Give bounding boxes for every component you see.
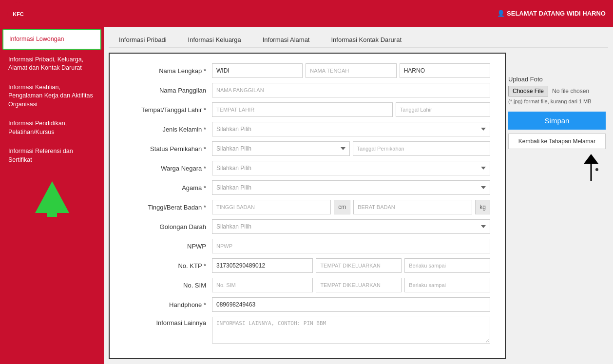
tinggi-berat-label: Tinggi/Berat Badan * [124,204,212,211]
npwp-label: NPWP [124,243,212,250]
tab-informasi-alamat[interactable]: Informasi Alamat [252,32,320,47]
right-panel: Upload Foto Choose File No file chosen (… [508,76,606,186]
tempat-tanggal-lahir-row: Tempat/Tanggal Lahir * [124,102,490,117]
ktp-tempat-dikeluarkan-input[interactable] [316,258,402,273]
tempat-tanggal-lahir-label: Tempat/Tanggal Lahir * [124,106,212,114]
handphone-label: Handphone * [124,301,212,308]
nama-panggilan-label: Nama Panggilan [124,87,212,94]
agama-row: Agama * Silahkan Pilih [124,180,490,195]
npwp-input[interactable] [212,239,490,253]
no-ktp-label: No. KTP * [124,262,212,269]
nama-panggilan-row: Nama Panggilan [124,83,490,97]
kg-unit: kg [475,200,490,214]
informasi-lainnya-label: Informasi Lainnya [124,317,212,326]
file-hint: (*.jpg) format file, kurang dari 1 MB [508,98,606,104]
sidebar-item-informasi-pendidikan[interactable]: Informasi Pendidikan, Pelatihan/Kursus [2,115,101,141]
berat-badan-input[interactable] [353,200,472,214]
handphone-fields [212,297,490,312]
nama-lengkap-row: Nama Lengkap * [124,63,490,78]
tanggal-pernikahan-input[interactable] [353,141,491,156]
informasi-lainnya-fields [212,317,490,344]
kembali-button[interactable]: Kembali ke Tahapan Melamar [508,134,606,149]
npwp-row: NPWP [124,239,490,253]
choose-file-row: Choose File No file chosen [508,86,606,96]
status-pernikahan-fields: Silahkan Pilih [212,141,490,156]
ktp-berlaku-sampai-input[interactable] [404,258,490,273]
golongan-darah-label: Golongan Darah [124,223,212,230]
no-sim-label: No. SIM [124,282,212,289]
no-sim-fields [212,278,490,292]
sidebar-item-informasi-keahlian[interactable]: Informasi Keahlian, Pengalaman Kerja dan… [2,78,101,114]
handphone-row: Handphone * [124,297,490,312]
tempat-lahir-input[interactable] [212,102,393,117]
npwp-fields [212,239,490,253]
svg-text:KFC: KFC [13,11,24,17]
tinggi-berat-row: Tinggi/Berat Badan * cm kg [124,200,490,214]
header: KFC 👤 Selamat Datang WIDI Harno [0,0,613,27]
sidebar-item-informasi-referensi[interactable]: Informasi Referensi dan Sertifikat [2,142,101,169]
nama-tengah-input[interactable] [306,63,396,78]
jenis-kelamin-select[interactable]: Silahkan Pilih [212,122,490,136]
main-content: Informasi Pribadi Informasi Keluarga Inf… [104,27,613,364]
nama-panggilan-fields [212,83,490,97]
annotation-arrow-icon [567,152,606,186]
no-ktp-fields [212,258,490,273]
status-pernikahan-row: Status Pernikahan * Silahkan Pilih [124,141,490,156]
dot-indicator [595,168,598,171]
golongan-darah-row: Golongan Darah Silahkan Pilih [124,219,490,234]
nama-panggilan-input[interactable] [212,83,490,97]
agama-select[interactable]: Silahkan Pilih [212,180,490,195]
tinggi-berat-fields: cm kg [212,200,490,214]
tinggi-badan-input[interactable] [212,200,331,214]
svg-rect-3 [47,203,57,217]
logo-area: KFC [7,2,29,24]
no-ktp-row: No. KTP * [124,258,490,273]
header-username: WIDI Harno [567,10,606,17]
nama-lengkap-fields [212,63,490,78]
sidebar-item-informasi-lowongan[interactable]: Informasi Lowongan [2,29,101,50]
nama-lengkap-label: Nama Lengkap * [124,67,212,75]
tab-informasi-kontak-darurat[interactable]: Informasi Kontak Darurat [321,32,412,47]
jenis-kelamin-label: Jenis Kelamin * [124,126,212,133]
warga-negara-select[interactable]: Silahkan Pilih [212,161,490,175]
status-pernikahan-label: Status Pernikahan * [124,145,212,153]
jenis-kelamin-fields: Silahkan Pilih [212,122,490,136]
golongan-darah-select[interactable]: Silahkan Pilih [212,219,490,234]
annotation-area [508,152,606,186]
agama-fields: Silahkan Pilih [212,180,490,195]
no-file-text: No file chosen [552,88,589,95]
upload-section: Upload Foto Choose File No file chosen (… [508,76,606,104]
cm-unit: cm [334,200,350,214]
status-pernikahan-select[interactable]: Silahkan Pilih [212,141,350,156]
header-greeting: Selamat Datang [507,10,567,17]
handphone-input[interactable] [212,297,490,312]
tab-bar: Informasi Pribadi Informasi Keluarga Inf… [109,32,608,48]
sidebar: Informasi Lowongan Informasi Pribadi, Ke… [0,27,104,364]
simpan-button[interactable]: Simpan [508,112,606,130]
tab-informasi-keluarga[interactable]: Informasi Keluarga [178,32,251,47]
choose-file-button[interactable]: Choose File [508,86,548,96]
nama-lengkap-last-input[interactable] [400,63,490,78]
no-ktp-input[interactable] [212,258,313,273]
sidebar-item-informasi-pribadi-keluarga[interactable]: Informasi Pribadi, Keluarga, Alamat dan … [2,51,101,77]
golongan-darah-fields: Silahkan Pilih [212,219,490,234]
form-card: Nama Lengkap * Nama Panggilan Tempat/Tan… [109,53,506,359]
svg-marker-5 [584,154,598,164]
warga-negara-row: Warga Negara * Silahkan Pilih [124,161,490,175]
informasi-lainnya-row: Informasi Lainnya [124,317,490,344]
sim-berlaku-sampai-input[interactable] [404,278,490,292]
sim-tempat-dikeluarkan-input[interactable] [316,278,402,292]
upload-title: Upload Foto [508,76,606,83]
no-sim-row: No. SIM [124,278,490,292]
warga-negara-fields: Silahkan Pilih [212,161,490,175]
nama-lengkap-first-input[interactable] [212,63,303,78]
tempat-tanggal-lahir-fields [212,102,490,117]
tanggal-lahir-input[interactable] [396,102,490,117]
sidebar-up-arrow [2,179,101,218]
agama-label: Agama * [124,184,212,192]
header-user-info: 👤 Selamat Datang WIDI Harno [497,10,606,17]
informasi-lainnya-textarea[interactable] [212,317,490,344]
tab-informasi-pribadi[interactable]: Informasi Pribadi [109,32,177,47]
warga-negara-label: Warga Negara * [124,165,212,172]
no-sim-input[interactable] [212,278,313,292]
